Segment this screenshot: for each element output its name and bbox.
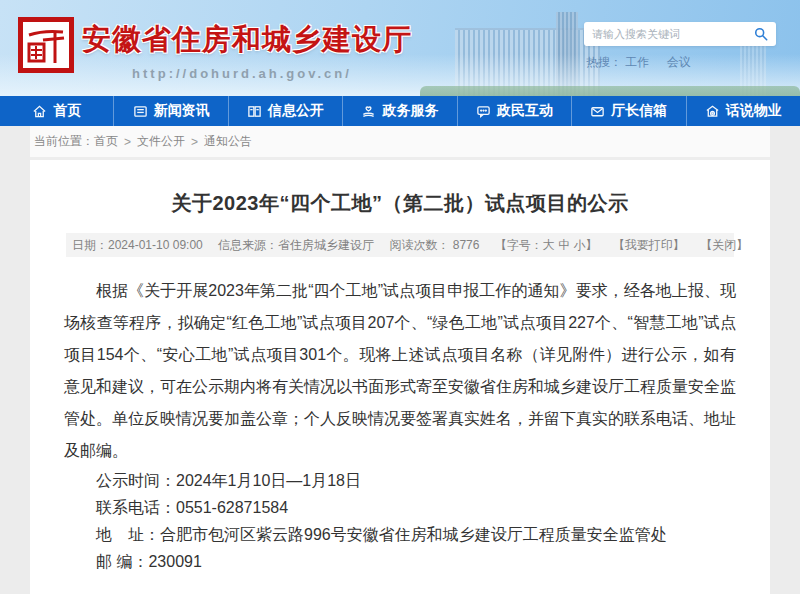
hot-search-link-work[interactable]: 工作 — [625, 55, 649, 69]
article-meta-bar: 日期：2024-01-10 09:00 信息来源：省住房城乡建设厅 阅读次数： … — [66, 233, 734, 257]
site-url: http://dohurd.ah.gov.cn/ — [82, 66, 402, 81]
article-title: 关于2023年“四个工地”（第二批）试点项目的公示 — [30, 160, 770, 217]
nav-item-label: 厅长信箱 — [611, 102, 667, 120]
nav-item-mailbox[interactable]: 厅长信箱 — [571, 96, 685, 126]
hot-search-link-meeting[interactable]: 会议 — [667, 55, 691, 69]
article-card: 关于2023年“四个工地”（第二批）试点项目的公示 日期：2024-01-10 … — [30, 160, 770, 594]
nav-item-label: 政务服务 — [382, 102, 438, 120]
main-nav: 首页 新闻资讯 信息公开 政务服务 政民互动 厅长信箱 话说物 — [0, 96, 800, 126]
nav-item-label: 新闻资讯 — [154, 102, 210, 120]
services-icon — [361, 104, 376, 119]
nav-item-label: 话说物业 — [726, 102, 782, 120]
nav-item-property[interactable]: 话说物业 — [686, 96, 800, 126]
contact-phone-line: 联系电话：0551-62871584 — [64, 494, 736, 521]
nav-item-info-disclosure[interactable]: 信息公开 — [228, 96, 342, 126]
article-paragraph: 根据《关于开展2023年第二批“四个工地”试点项目申报工作的通知》要求，经各地上… — [64, 275, 736, 467]
print-button[interactable]: 【我要打印】 — [613, 238, 685, 252]
article-date: 日期：2024-01-10 09:00 — [72, 238, 203, 252]
property-icon — [705, 104, 720, 119]
breadcrumb-item-home[interactable]: 首页 — [94, 133, 118, 150]
nav-item-home[interactable]: 首页 — [0, 96, 113, 126]
site-header: 安徽省住房和城乡建设厅 http://dohurd.ah.gov.cn/ 热搜：… — [0, 0, 800, 96]
hot-search-line: 热搜： 工作 会议 — [584, 54, 776, 71]
breadcrumb: 当前位置： 首页 > 文件公开 > 通知公告 — [30, 126, 770, 160]
article-views: 阅读次数： 8776 — [389, 238, 479, 252]
home-icon — [32, 104, 47, 119]
search-input[interactable] — [592, 28, 754, 40]
search-icon[interactable] — [754, 27, 768, 41]
nav-item-label: 信息公开 — [268, 102, 324, 120]
font-size-control[interactable]: 【字号：大 中 小】 — [495, 238, 598, 252]
info-disclosure-icon — [247, 104, 262, 119]
nav-item-interaction[interactable]: 政民互动 — [457, 96, 571, 126]
article-source: 信息来源：省住房城乡建设厅 — [218, 238, 374, 252]
search-box[interactable] — [584, 22, 776, 46]
header-greenery-image — [420, 86, 800, 96]
breadcrumb-label: 当前位置： — [34, 133, 94, 150]
site-name: 安徽省住房和城乡建设厅 — [82, 20, 402, 60]
article-body: 根据《关于开展2023年第二批“四个工地”试点项目申报工作的通知》要求，经各地上… — [30, 257, 770, 594]
breadcrumb-separator: > — [191, 135, 198, 149]
site-logo-icon[interactable] — [18, 17, 74, 73]
nav-item-news[interactable]: 新闻资讯 — [113, 96, 227, 126]
address-line: 地 址：合肥市包河区紫云路996号安徽省住房和城乡建设厅工程质量安全监管处 — [64, 521, 736, 548]
breadcrumb-item-notices[interactable]: 通知公告 — [204, 133, 252, 150]
site-identity: 安徽省住房和城乡建设厅 http://dohurd.ah.gov.cn/ — [82, 20, 402, 81]
breadcrumb-item-documents[interactable]: 文件公开 — [137, 133, 185, 150]
close-button[interactable]: 【关闭】 — [700, 238, 748, 252]
postal-code-line: 邮 编：230091 — [64, 548, 736, 575]
nav-item-label: 首页 — [53, 102, 81, 120]
nav-item-services[interactable]: 政务服务 — [342, 96, 456, 126]
news-icon — [133, 104, 148, 119]
hot-search-label: 热搜： — [586, 55, 622, 69]
mailbox-icon — [590, 104, 605, 119]
nav-item-label: 政民互动 — [497, 102, 553, 120]
search-area: 热搜： 工作 会议 — [584, 22, 776, 71]
publicity-period-line: 公示时间：2024年1月10日—1月18日 — [64, 467, 736, 494]
interaction-icon — [476, 104, 491, 119]
breadcrumb-separator: > — [124, 135, 131, 149]
header-tower-image — [556, 12, 578, 96]
